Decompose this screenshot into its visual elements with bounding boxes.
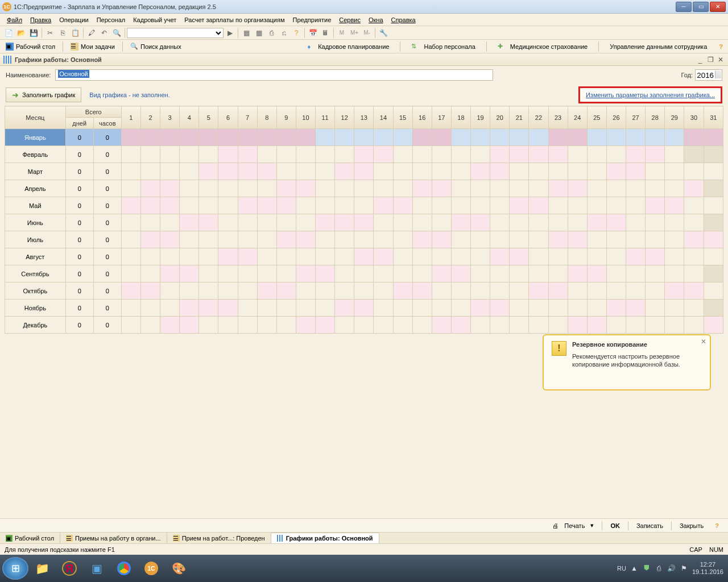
day-cell[interactable] [393,214,412,231]
day-cell[interactable] [316,163,335,180]
menu-hr[interactable]: Кадровый учет [130,15,180,24]
day-cell[interactable] [393,248,412,265]
day-cell[interactable] [704,214,723,231]
day-cell[interactable] [160,265,180,282]
day-cell[interactable] [451,214,470,231]
day-cell[interactable] [238,300,257,317]
day-cell[interactable] [606,214,626,231]
day-cell[interactable] [199,282,218,300]
day-cell[interactable] [606,163,626,180]
day-cell[interactable] [412,300,432,317]
menu-payroll[interactable]: Расчет зарплаты по организациям [181,15,288,24]
day-cell[interactable] [393,317,412,334]
day-cell[interactable] [646,146,665,163]
day-cell[interactable] [335,146,354,163]
menu-edit[interactable]: Правка [27,15,55,24]
day-cell[interactable] [335,248,354,265]
day-cell[interactable] [296,180,315,197]
day-cell[interactable] [354,197,374,214]
day-cell[interactable] [276,265,296,282]
day-cell[interactable] [374,163,393,180]
year-input[interactable] [695,69,722,81]
day-cell[interactable] [529,129,548,146]
table-row[interactable]: Октябрь00 [5,282,723,300]
day-cell[interactable] [471,265,490,282]
day-cell[interactable] [296,282,315,300]
day-cell[interactable] [199,163,218,180]
day-cell[interactable] [218,317,238,334]
day-cell[interactable] [568,214,587,231]
help-icon[interactable]: ? [290,27,303,39]
table-row[interactable]: Апрель00 [5,180,723,197]
day-cell[interactable] [393,146,412,163]
tray-flag-icon[interactable]: ▲ [630,564,639,573]
quick-dropdown[interactable] [127,28,224,38]
day-cell[interactable] [160,180,180,197]
day-cell[interactable] [374,282,393,300]
day-cell[interactable] [646,317,665,334]
find-icon[interactable]: 🔍 [110,27,123,39]
day-cell[interactable] [199,231,218,248]
day-cell[interactable] [704,231,723,248]
day-cell[interactable] [180,231,199,248]
change-params-link[interactable]: Изменить параметры заполнения графика... [578,86,722,103]
day-cell[interactable] [665,300,684,317]
day-cell[interactable] [354,129,374,146]
day-cell[interactable] [665,231,684,248]
day-cell[interactable] [451,265,470,282]
day-cell[interactable] [684,282,704,300]
day-cell[interactable] [704,317,723,334]
day-cell[interactable] [587,282,606,300]
day-cell[interactable] [684,265,704,282]
day-cell[interactable] [606,129,626,146]
day-cell[interactable] [121,248,140,265]
day-cell[interactable] [160,197,180,214]
day-cell[interactable] [238,197,257,214]
day-cell[interactable] [180,146,199,163]
day-cell[interactable] [160,146,180,163]
day-cell[interactable] [568,317,587,334]
table-row[interactable]: Май00 [5,197,723,214]
day-cell[interactable] [471,146,490,163]
doc-restore-icon[interactable]: ❐ [706,56,714,64]
day-cell[interactable] [238,180,257,197]
day-cell[interactable] [704,282,723,300]
mplus-icon[interactable]: M+ [348,27,361,39]
tab-hires[interactable]: ☰Приемы на работу в органи... [60,533,167,543]
menu-help[interactable]: Справка [388,15,419,24]
day-cell[interactable] [121,282,140,300]
day-cell[interactable] [374,197,393,214]
day-cell[interactable] [665,265,684,282]
day-cell[interactable] [490,214,510,231]
day-cell[interactable] [646,197,665,214]
marker-icon[interactable]: 🖍 [85,27,98,39]
day-cell[interactable] [140,163,160,180]
doc-close-icon[interactable]: ✕ [717,56,725,64]
day-cell[interactable] [354,214,374,231]
day-cell[interactable] [626,282,646,300]
day-cell[interactable] [451,197,470,214]
day-cell[interactable] [140,265,160,282]
day-cell[interactable] [140,197,160,214]
day-cell[interactable] [296,300,315,317]
day-cell[interactable] [316,231,335,248]
day-cell[interactable] [626,231,646,248]
nav-search[interactable]: 🔍Поиск данных [127,41,185,52]
day-cell[interactable] [238,146,257,163]
day-cell[interactable] [471,129,490,146]
menu-personnel[interactable]: Персонал [93,15,129,24]
day-cell[interactable] [218,231,238,248]
day-cell[interactable] [529,265,548,282]
day-cell[interactable] [218,129,238,146]
day-cell[interactable] [335,163,354,180]
day-cell[interactable] [374,146,393,163]
day-cell[interactable] [451,300,470,317]
day-cell[interactable] [548,265,568,282]
day-cell[interactable] [529,300,548,317]
day-cell[interactable] [218,180,238,197]
day-cell[interactable] [529,248,548,265]
day-cell[interactable] [529,214,548,231]
day-cell[interactable] [529,282,548,300]
day-cell[interactable] [587,300,606,317]
day-cell[interactable] [296,231,315,248]
